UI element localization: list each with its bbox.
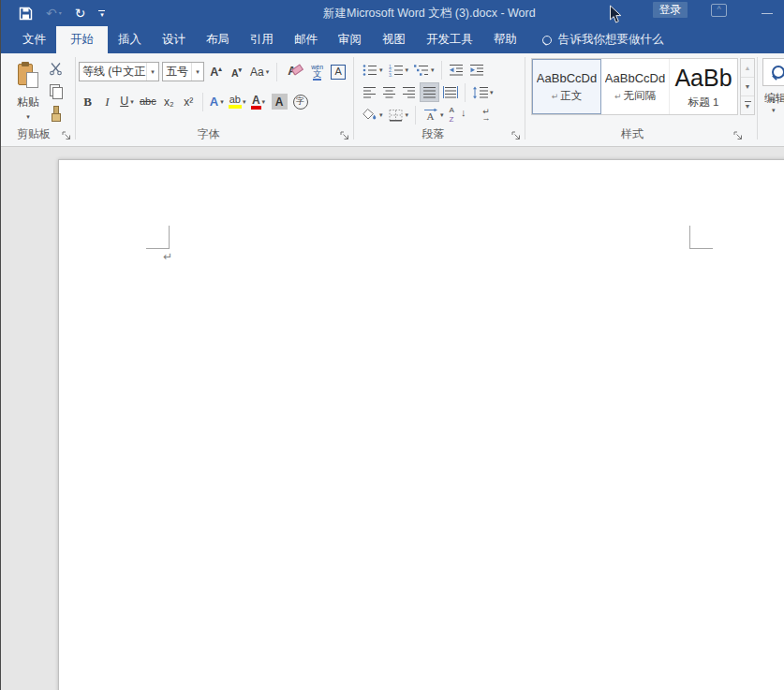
align-left-button[interactable] (361, 82, 378, 102)
clear-formatting-button[interactable]: A (283, 62, 301, 81)
multilevel-list-button[interactable]: ▾ (412, 60, 436, 80)
distribute-text-button[interactable] (441, 82, 460, 102)
redo-button[interactable]: ↻ (75, 7, 86, 20)
margin-corner-mark-right (689, 226, 713, 249)
font-color-button[interactable]: A▾ (250, 92, 268, 111)
justify-button[interactable] (420, 82, 439, 102)
styles-group: AaBbCcDd ↵正文 AaBbCcDd ↵无间隔 AaBb 标题 1 ▲ ▼… (526, 53, 757, 146)
shrink-font-button[interactable]: A▾ (228, 62, 245, 81)
tab-view[interactable]: 视图 (372, 26, 416, 53)
margin-corner-mark-left (146, 226, 170, 249)
phonetic-guide-button[interactable]: wén 文 (308, 62, 326, 81)
copy-icon (49, 84, 63, 98)
cut-button[interactable] (45, 59, 66, 78)
tab-mailings[interactable]: 邮件 (284, 26, 328, 53)
styles-group-label: 样式 (526, 126, 738, 142)
search-icon (542, 36, 552, 45)
highlight-icon: ab (229, 95, 241, 109)
asian-layout-button[interactable]: A ▾ (421, 105, 446, 125)
subscript-button[interactable]: x₂ (160, 92, 178, 111)
numbering-button[interactable]: 1.2.3. ▾ (387, 60, 411, 80)
style-heading-1[interactable]: AaBb 标题 1 (670, 59, 737, 114)
align-right-icon (402, 85, 416, 99)
tab-design[interactable]: 设计 (152, 26, 196, 53)
ribbon-display-options-button[interactable]: ^ (711, 4, 727, 17)
chevron-down-icon: ▾ (59, 10, 62, 16)
tab-review[interactable]: 审阅 (328, 26, 372, 53)
enclose-characters-button[interactable]: 字 (291, 92, 310, 111)
align-center-button[interactable] (380, 82, 398, 102)
asian-layout-icon: A (422, 108, 438, 122)
editing-button[interactable] (762, 58, 784, 86)
numbered-list-icon: 1.2.3. (389, 64, 404, 77)
strikethrough-button[interactable]: abc (138, 92, 158, 111)
font-group-label: 字体 (77, 126, 340, 142)
bullets-button[interactable]: ▾ (361, 60, 385, 80)
italic-button[interactable]: I (98, 92, 116, 111)
group-separator (75, 57, 76, 139)
justify-icon (422, 85, 436, 99)
decrease-indent-button[interactable] (447, 60, 466, 80)
tab-home[interactable]: 开始 (56, 26, 108, 53)
align-center-icon (382, 85, 396, 99)
quick-access-toolbar: ↶ ▾ ↻ ▾ (19, 0, 105, 26)
distribute-icon (443, 85, 458, 99)
increase-indent-button[interactable] (467, 60, 486, 80)
font-dialog-launcher[interactable] (340, 131, 350, 141)
tab-developer[interactable]: 开发工具 (416, 26, 483, 53)
paint-bucket-icon (362, 108, 377, 122)
bold-button[interactable]: B (79, 92, 96, 111)
style-no-spacing[interactable]: AaBbCcDd ↵无间隔 (601, 59, 670, 114)
borders-button[interactable]: ▾ (387, 105, 411, 125)
text-effects-button[interactable]: A▾ (208, 92, 226, 111)
grow-font-button[interactable]: A▴ (207, 62, 225, 81)
sort-icon: A Z ↓ (450, 108, 466, 123)
superscript-button[interactable]: x² (180, 92, 198, 111)
scissors-icon (49, 62, 63, 76)
paragraph-dialog-launcher[interactable] (511, 131, 522, 141)
bullet-list-icon (362, 64, 377, 77)
styles-scroll-down-button[interactable]: ▼ (741, 78, 754, 96)
copy-button[interactable] (45, 81, 66, 100)
styles-more-button[interactable]: ▼ (741, 96, 754, 114)
tab-layout[interactable]: 布局 (196, 26, 240, 53)
tab-help[interactable]: 帮助 (483, 26, 527, 53)
sort-button[interactable]: A Z ↓ (448, 105, 468, 125)
font-size-combo[interactable]: 五号 ▾ (162, 62, 204, 81)
svg-text:3.: 3. (389, 71, 392, 77)
tab-insert[interactable]: 插入 (108, 26, 152, 53)
undo-icon: ↶ (46, 7, 57, 20)
tab-file[interactable]: 文件 (12, 26, 56, 53)
chevron-down-icon: ▾ (146, 63, 158, 81)
font-name-combo[interactable]: 等线 (中文正 ▾ (79, 62, 159, 81)
save-button[interactable] (19, 7, 33, 21)
character-border-button[interactable]: A (329, 62, 348, 81)
highlight-color-button[interactable]: ab▾ (228, 92, 248, 111)
line-spacing-button[interactable]: ▾ (470, 82, 496, 102)
styles-dialog-launcher[interactable] (733, 131, 744, 141)
underline-button[interactable]: U▾ (118, 92, 136, 111)
undo-button[interactable]: ↶ ▾ (46, 7, 62, 20)
character-shading-button[interactable]: A (270, 92, 289, 111)
format-painter-button[interactable] (45, 104, 66, 123)
paragraph-group-label: 段落 (355, 126, 511, 142)
clipboard-dialog-launcher[interactable] (62, 131, 72, 141)
save-icon (19, 7, 33, 21)
customize-qat-button[interactable]: ▾ (98, 10, 105, 17)
sign-in-button[interactable]: 登录 (653, 2, 688, 18)
change-case-button[interactable]: Aa▾ (248, 62, 271, 81)
pinyin-icon: wén 文 (311, 64, 323, 81)
increase-indent-icon (469, 64, 484, 77)
clipboard-group-label: 剪贴板 (0, 126, 67, 142)
group-separator (757, 57, 758, 139)
title-bar: ↶ ▾ ↻ ▾ 新建Microsoft Word 文档 (3).docx - W… (0, 0, 784, 26)
minimize-button[interactable] (762, 13, 773, 14)
styles-scroll-up-button[interactable]: ▲ (741, 59, 754, 78)
shading-button[interactable]: ▾ (361, 105, 385, 125)
style-normal[interactable]: AaBbCcDd ↵正文 (532, 59, 601, 114)
tab-references[interactable]: 引用 (240, 26, 284, 53)
tell-me-search[interactable]: 告诉我你想要做什么 (542, 26, 664, 53)
document-page[interactable]: ↵ (58, 159, 784, 690)
show-hide-marks-button[interactable]: ↵ → (478, 105, 496, 125)
align-right-button[interactable] (400, 82, 418, 102)
